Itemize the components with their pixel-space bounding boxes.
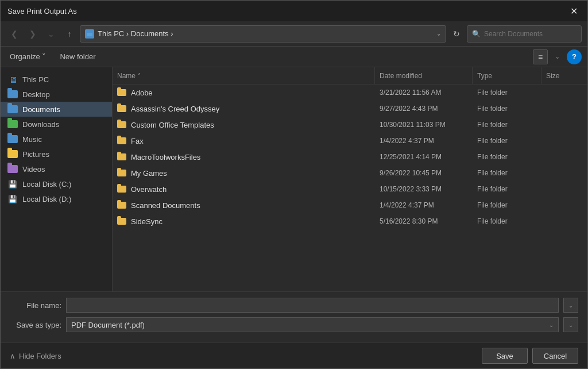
up-button[interactable]: ↑ [61,26,78,42]
savetype-select[interactable]: PDF Document (*.pdf) ⌄ [66,317,559,332]
folder-icon [117,218,126,225]
table-row[interactable]: Fax 1/4/2022 4:37 PM File folder [113,133,587,149]
address-bar[interactable]: This PC › Documents › ⌄ [80,25,446,43]
sidebar-item-music[interactable]: Music [1,132,112,147]
navigation-toolbar: ❮ ❯ ⌄ ↑ This PC › Documents › ⌄ ↻ 🔍 [1,21,587,47]
table-row[interactable]: Adobe 3/21/2022 11:56 AM File folder [113,84,587,101]
filename-input[interactable] [66,298,559,313]
save-button[interactable]: Save [482,348,528,364]
refresh-button[interactable]: ↻ [448,26,465,42]
sidebar-label-pictures: Pictures [22,150,49,159]
svg-rect-1 [87,33,92,36]
column-header-type[interactable]: Type [473,67,541,84]
folder-icon [117,105,126,112]
footer-buttons: Save Cancel [482,348,578,364]
dialog-title: Save Print Output As [7,7,77,16]
forward-button[interactable]: ❯ [25,26,41,42]
folder-icon [117,137,126,144]
file-name: Overwatch [131,185,167,194]
close-button[interactable]: ✕ [567,4,581,18]
file-size [541,165,587,181]
file-name: My Games [131,169,167,178]
new-folder-button[interactable]: New folder [56,51,99,62]
address-dropdown-arrow[interactable]: ⌄ [436,30,441,37]
file-name: Fax [131,137,144,145]
file-date: 12/25/2021 4:14 PM [375,149,473,165]
file-type: File folder [473,101,541,117]
sidebar-icon-this-pc: 🖥 [7,75,18,84]
filename-row: File name: ⌄ [10,298,578,313]
sidebar-icon-desktop [7,90,18,99]
sidebar-icon-local-c: 💾 [7,179,18,189]
sidebar-item-pictures[interactable]: Pictures [1,147,112,162]
savetype-dropdown-arrow: ⌄ [568,322,573,328]
sidebar-label-videos: Videos [22,165,45,174]
filename-label: File name: [10,301,61,310]
file-type: File folder [473,165,541,181]
content-area: Name ˄ Date modified Type Size Adobe [113,67,587,291]
savetype-value: PDF Document (*.pdf) [71,321,549,329]
file-type: File folder [473,213,541,229]
folder-icon [117,170,126,176]
file-type: File folder [473,197,541,213]
column-header-name[interactable]: Name ˄ [113,67,375,84]
file-date: 5/16/2022 8:30 PM [375,213,473,229]
savetype-label: Save as type: [10,321,61,329]
table-row[interactable]: Scanned Documents 1/4/2022 4:37 PM File … [113,197,587,213]
file-size [541,84,587,101]
search-bar[interactable]: 🔍 [467,25,582,43]
expand-history-button[interactable]: ⌄ [43,26,59,42]
file-date: 1/4/2022 4:37 PM [375,197,473,213]
file-date: 1/4/2022 4:37 PM [375,133,473,149]
savetype-row: Save as type: PDF Document (*.pdf) ⌄ ⌄ [10,317,578,332]
column-header-size[interactable]: Size [541,67,587,84]
back-button[interactable]: ❮ [6,26,22,42]
savetype-dropdown-button[interactable]: ⌄ [563,317,578,332]
sidebar: 🖥 This PC Desktop Documents Downloads Mu… [1,67,113,291]
sidebar-item-local-c[interactable]: 💾 Local Disk (C:) [1,176,112,191]
table-row[interactable]: Assassin's Creed Odyssey 9/27/2022 4:43 … [113,101,587,117]
hide-folders-label: Hide Folders [19,352,61,360]
organize-button[interactable]: Organize ˅ [6,51,49,62]
address-path: This PC › Documents › [98,29,433,38]
footer-bar: ∧ Hide Folders Save Cancel [1,343,587,368]
sidebar-label-downloads: Downloads [22,120,59,129]
folder-icon [117,153,126,160]
folder-icon [117,186,126,193]
filename-dropdown-button[interactable]: ⌄ [563,298,578,313]
main-area: 🖥 This PC Desktop Documents Downloads Mu… [1,67,587,291]
sidebar-item-local-d[interactable]: 💾 Local Disk (D:) [1,191,112,206]
file-type: File folder [473,133,541,149]
sidebar-item-downloads[interactable]: Downloads [1,117,112,132]
sidebar-icon-pictures [7,149,18,159]
cancel-button[interactable]: Cancel [532,348,578,364]
table-row[interactable]: MacroToolworksFiles 12/25/2021 4:14 PM F… [113,149,587,165]
view-icon: ≡ [538,52,543,62]
sidebar-item-desktop[interactable]: Desktop [1,87,112,102]
hide-folders-button[interactable]: ∧ Hide Folders [10,352,61,360]
column-header-date[interactable]: Date modified [375,67,473,84]
search-input[interactable] [484,30,577,38]
view-dropdown-arrow[interactable]: ⌄ [555,53,560,60]
file-name: Custom Office Templates [131,121,214,129]
sidebar-item-documents[interactable]: Documents [1,102,112,117]
table-row[interactable]: My Games 9/26/2022 10:45 PM File folder [113,165,587,181]
hide-folders-icon: ∧ [10,352,16,360]
table-row[interactable]: Custom Office Templates 10/30/2021 11:03… [113,117,587,133]
sidebar-item-videos[interactable]: Videos [1,162,112,176]
table-row[interactable]: Overwatch 10/15/2022 3:33 PM File folder [113,181,587,197]
sidebar-icon-documents [7,105,18,114]
list-header: Name ˄ Date modified Type Size [113,67,587,84]
file-type: File folder [473,181,541,197]
file-type: File folder [473,84,541,101]
table-row[interactable]: SideSync 5/16/2022 8:30 PM File folder [113,213,587,229]
file-name: MacroToolworksFiles [131,153,200,162]
file-type: File folder [473,117,541,133]
file-size [541,149,587,165]
file-date: 9/27/2022 4:43 PM [375,101,473,117]
sidebar-item-this-pc[interactable]: 🖥 This PC [1,72,112,87]
view-button[interactable]: ≡ [533,49,548,64]
file-size [541,197,587,213]
help-button[interactable]: ? [567,49,582,64]
file-name: Adobe [131,89,153,97]
